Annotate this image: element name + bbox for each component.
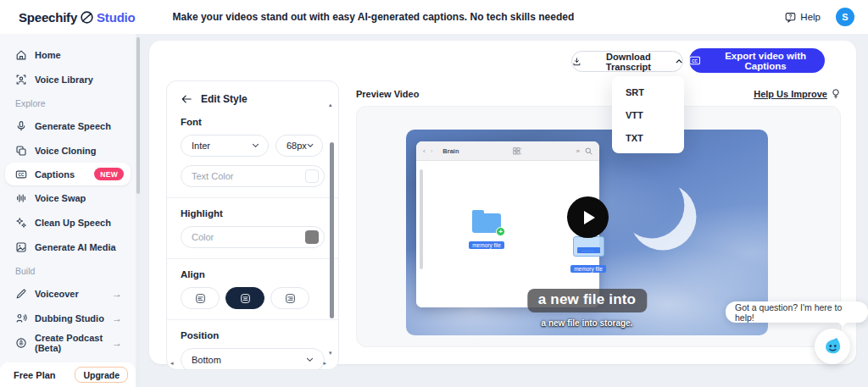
text-color-input[interactable]: Text Color: [181, 165, 325, 187]
edit-style-title: Edit Style: [201, 93, 248, 105]
help-chat-icon: ?: [785, 12, 796, 23]
caption-overlay-main: a new file into: [527, 289, 647, 312]
chat-mascot-icon: [821, 334, 844, 358]
sidebar-item-voice-cloning[interactable]: Voice Cloning: [0, 138, 136, 163]
divider: [167, 319, 338, 320]
search-icon: [585, 147, 593, 155]
forward-chevron-icon: ›: [431, 147, 433, 155]
user-avatar[interactable]: S: [836, 8, 854, 26]
help-label: Help: [800, 12, 821, 22]
pen-icon: [15, 288, 27, 300]
sidebar-item-dubbing-studio[interactable]: Dubbing Studio →: [0, 306, 136, 330]
download-transcript-button[interactable]: Download Transcript: [571, 51, 683, 72]
new-badge: NEW: [94, 168, 124, 180]
panel-scrollbar-thumb[interactable]: [330, 142, 334, 318]
memory-file-desktop: ...... memory file: [565, 236, 611, 274]
text-color-swatch[interactable]: [305, 169, 319, 183]
voice-library-icon: [15, 74, 27, 86]
position-select[interactable]: Bottom: [181, 348, 325, 370]
logo-text-primary: Speechify: [19, 10, 77, 25]
finder-window-title: Brain: [442, 147, 459, 155]
crescent-moon: [623, 177, 703, 257]
caption-overlay-sub: a new file into storage.: [542, 318, 633, 328]
sidebar-item-create-podcast[interactable]: Create Podcast (Beta) →: [0, 330, 136, 355]
font-family-value: Inter: [192, 141, 210, 151]
arrow-right-icon: →: [112, 288, 122, 300]
arrow-right-icon: →: [112, 337, 122, 349]
align-section-label: Align: [181, 269, 325, 279]
font-size-select[interactable]: 68px: [275, 135, 323, 157]
sidebar-item-voice-swap[interactable]: Voice Swap: [0, 185, 136, 210]
sidebar-section-explore: Explore: [0, 91, 136, 113]
upgrade-button[interactable]: Upgrade: [75, 367, 128, 383]
file-name-bar: ......: [577, 247, 600, 253]
highlight-color-swatch[interactable]: [305, 230, 319, 244]
highlight-color-input[interactable]: Color: [181, 226, 325, 248]
chat-tooltip: Got a question? I'm here to help!: [726, 301, 868, 323]
align-center-button[interactable]: [225, 287, 264, 309]
dropdown-item-srt[interactable]: SRT: [612, 80, 684, 103]
help-button[interactable]: ? Help: [785, 12, 821, 23]
align-center-icon: [240, 293, 251, 304]
sidebar-item-label: Captions: [35, 169, 75, 180]
logo-text-secondary: Studio: [97, 10, 135, 25]
sidebar-item-label: Voice Cloning: [35, 146, 97, 156]
media-icon: [15, 241, 27, 253]
dropdown-item-vtt[interactable]: VTT: [612, 103, 684, 126]
font-controls: Inter 68px: [181, 135, 325, 157]
sidebar-section-build: Build: [0, 259, 136, 281]
divider: [167, 258, 338, 259]
captions-icon: CC: [15, 169, 27, 180]
file-icon: ......: [573, 236, 604, 257]
speechify-studio-logo[interactable]: Speechify Studio: [19, 10, 136, 25]
scroll-right-arrow[interactable]: ▸: [323, 360, 326, 366]
scroll-up-arrow[interactable]: ▴: [329, 102, 332, 108]
sidebar-item-label: Voiceover: [35, 289, 79, 299]
sidebar-item-label: Clean Up Speech: [35, 218, 111, 228]
help-us-improve-link[interactable]: Help Us Improve: [754, 88, 841, 99]
sidebar-item-generate-ai-media[interactable]: Generate AI Media: [0, 235, 136, 259]
sidebar-item-captions[interactable]: CC Captions NEW: [5, 163, 131, 185]
chat-widget-button[interactable]: [815, 329, 850, 364]
preview-header: Preview Video Help Us Improve: [356, 88, 841, 99]
font-family-select[interactable]: Inter: [181, 135, 269, 157]
panel-vertical-scrollbar[interactable]: ▴ ▾: [328, 102, 336, 356]
finder-toolbar: ‹ › Brain »: [416, 141, 599, 161]
more-chevrons-icon: »: [576, 147, 580, 155]
sidebar-item-label: Voice Swap: [35, 193, 86, 203]
sidebar-item-clean-up-speech[interactable]: Clean Up Speech: [0, 210, 136, 235]
scroll-left-arrow[interactable]: ◂: [170, 360, 174, 366]
chevron-up-icon: [676, 58, 682, 64]
folder-icon: +: [472, 213, 501, 233]
align-right-button[interactable]: [270, 287, 309, 309]
play-button[interactable]: [567, 196, 609, 238]
main-area: Download Transcript CC Export video with…: [140, 34, 868, 387]
header-actions: ? Help S: [785, 8, 854, 26]
download-transcript-label: Download Transcript: [587, 52, 670, 72]
sidebar-item-voiceover[interactable]: Voiceover →: [0, 281, 136, 306]
divider: [167, 197, 338, 198]
grid-view-icon: [513, 147, 522, 155]
export-video-label: Export video with Captions: [706, 51, 825, 71]
align-left-icon: [195, 293, 206, 304]
arrow-right-icon: →: [112, 312, 122, 324]
sidebar-item-home[interactable]: Home: [0, 42, 136, 67]
panel-horizontal-scrollbar[interactable]: ◂ ▸: [170, 360, 326, 367]
add-badge-icon: +: [496, 227, 505, 236]
font-size-value: 68px: [287, 141, 307, 151]
video-preview[interactable]: ‹ › Brain »: [406, 130, 768, 335]
align-left-button[interactable]: [181, 287, 220, 309]
export-video-button[interactable]: CC Export video with Captions: [689, 48, 825, 73]
sidebar: Home Voice Library Explore Generate Spee…: [0, 34, 136, 387]
page-scrollbar-thumb[interactable]: [136, 37, 140, 194]
finder-scrollbar: [420, 169, 423, 269]
dropdown-item-txt[interactable]: TXT: [612, 126, 684, 149]
plan-bar: Free Plan Upgrade: [0, 362, 136, 387]
sidebar-item-label: Home: [35, 50, 61, 60]
sidebar-item-generate-speech[interactable]: Generate Speech: [0, 113, 136, 138]
sidebar-item-voice-library[interactable]: Voice Library: [0, 67, 136, 91]
sidebar-item-label: Voice Library: [35, 75, 93, 85]
clone-icon: [15, 145, 27, 157]
scroll-down-arrow[interactable]: ▾: [329, 350, 332, 356]
back-arrow-icon[interactable]: [181, 94, 192, 104]
